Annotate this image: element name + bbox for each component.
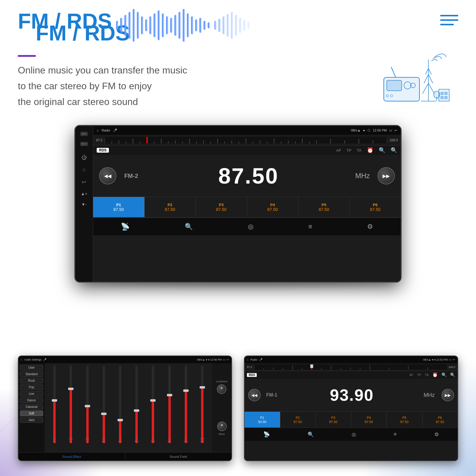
fm2-channel: FM-1 bbox=[264, 392, 280, 398]
eq-preset-jazz[interactable]: Jazz bbox=[20, 417, 43, 423]
preset-p3[interactable]: P3 87.50 bbox=[196, 197, 247, 217]
svg-rect-15 bbox=[149, 16, 152, 34]
eq-status: 0B/s▲ ● ♦ 12:56 PM bbox=[197, 358, 222, 361]
eq-label-6: 16kHz bbox=[135, 438, 138, 443]
tuner-scale: // Generated inline ticks bbox=[105, 137, 387, 143]
eq-handle-10[interactable] bbox=[200, 386, 205, 389]
eq-preset-user[interactable]: User bbox=[20, 365, 43, 370]
eq-label-4: 3.6kHz bbox=[102, 438, 106, 443]
fm2-wifi-nav[interactable]: 📡 bbox=[263, 431, 270, 438]
fm2-tuner-scale bbox=[254, 364, 447, 370]
fm2-search-nav[interactable]: 🔍 bbox=[308, 431, 314, 438]
svg-rect-20 bbox=[170, 18, 173, 33]
svg-line-53 bbox=[391, 67, 396, 77]
eq-back[interactable]: ↩ bbox=[227, 358, 229, 361]
sound-effect-tab[interactable]: Sound Effect bbox=[18, 452, 125, 461]
bt-icon: ⬡ bbox=[367, 129, 370, 132]
back-side-icon[interactable]: ↩ bbox=[82, 179, 86, 185]
fm2-eq-nav[interactable]: ≡ bbox=[394, 431, 397, 437]
preset-p2[interactable]: P2 87.50 bbox=[145, 197, 196, 217]
svg-rect-28 bbox=[203, 21, 206, 30]
wifi-icon: ● bbox=[363, 129, 365, 132]
eq-handle-2[interactable] bbox=[68, 388, 73, 390]
svg-rect-18 bbox=[162, 13, 164, 37]
eq-preset-live[interactable]: Live bbox=[20, 391, 43, 397]
eq-preset-rock[interactable]: Rock bbox=[20, 378, 43, 383]
svg-rect-13 bbox=[141, 16, 143, 34]
fm2-tuner-bar: 87.5 bbox=[245, 363, 458, 371]
fm2-p2-label: P2 bbox=[296, 416, 300, 419]
fm2-scan-nav[interactable]: ◎ bbox=[352, 431, 356, 438]
eq-handle-5[interactable] bbox=[118, 419, 123, 421]
loudness-knob[interactable] bbox=[217, 384, 226, 394]
preset-p1[interactable]: P1 87.50 bbox=[93, 197, 145, 217]
eq-handle-7[interactable] bbox=[150, 399, 156, 402]
fm2-preset-p1[interactable]: P1 93.90 bbox=[245, 412, 280, 428]
next-button[interactable]: ▶▶ bbox=[378, 167, 395, 184]
eq-fill-8 bbox=[168, 395, 171, 443]
eq-preset-dance[interactable]: Dance bbox=[20, 397, 43, 403]
svg-rect-10 bbox=[129, 12, 131, 39]
search-nav-icon[interactable]: 🔍 bbox=[185, 223, 193, 231]
eq-label-7: 17kHz bbox=[151, 438, 155, 443]
scan-nav-icon[interactable]: ◎ bbox=[248, 223, 253, 231]
eq-track-4 bbox=[103, 366, 105, 443]
svg-rect-30 bbox=[214, 21, 217, 30]
eq-handle-6[interactable] bbox=[134, 409, 139, 412]
power-icon[interactable]: ⏻ bbox=[82, 154, 87, 161]
svg-rect-58 bbox=[445, 96, 447, 99]
home-side-icon[interactable]: ⌂ bbox=[82, 167, 86, 173]
fm2-title: Radio bbox=[250, 358, 257, 361]
svg-line-44 bbox=[422, 83, 428, 94]
eq-handle-9[interactable] bbox=[183, 389, 189, 392]
svg-line-41 bbox=[428, 68, 431, 74]
p1-label: P1 bbox=[116, 203, 121, 207]
eq-handle-8[interactable] bbox=[167, 394, 172, 396]
settings-nav-icon[interactable]: ⚙ bbox=[367, 223, 373, 231]
eq-preset-pop[interactable]: Pop bbox=[20, 384, 43, 390]
p3-label: P3 bbox=[219, 203, 224, 207]
fm2-p3-freq: 87.50 bbox=[329, 420, 337, 424]
prev-button[interactable]: ◀◀ bbox=[99, 167, 116, 184]
fm2-preset-p4[interactable]: P4 87.50 bbox=[351, 412, 387, 428]
bass-knob[interactable] bbox=[217, 422, 227, 431]
eq-handle-1[interactable] bbox=[52, 399, 57, 402]
fm2-bottom-nav: 📡 🔍 ◎ ≡ ⚙ bbox=[245, 428, 458, 441]
vol-up-label[interactable]: ▲+ bbox=[81, 191, 87, 196]
fm2-preset-p3[interactable]: P3 87.50 bbox=[316, 412, 351, 428]
wifi-nav-icon[interactable]: 📡 bbox=[121, 223, 130, 231]
fm2-prev-button[interactable]: ◀◀ bbox=[248, 389, 261, 401]
eq-topbar-left: ⌂ Audio Settings 🎤 bbox=[21, 358, 46, 361]
preset-p5[interactable]: P5 87.50 bbox=[298, 197, 350, 217]
fm2-preset-p2[interactable]: P2 87.50 bbox=[280, 412, 316, 428]
eq-nav-icon[interactable]: ≡ bbox=[309, 223, 312, 231]
desc-line1: Online music you can transfer the music bbox=[18, 62, 187, 78]
fm2-preset-p6[interactable]: P6 87.50 bbox=[422, 412, 458, 428]
main-device: MIC RST ⏻ ⌂ ↩ ▲+ ▼- ⌂ Radio 🎤 0B/s▲ ● ⬡ bbox=[74, 125, 402, 283]
preset-p4[interactable]: P4 87.50 bbox=[247, 197, 299, 217]
fm2-p4-label: P4 bbox=[367, 416, 371, 419]
time-display: 12:56 PM bbox=[373, 129, 387, 132]
preset-p6[interactable]: P6 87.50 bbox=[350, 197, 401, 217]
eq-handle-3[interactable] bbox=[85, 405, 90, 407]
eq-preset-standard[interactable]: Standard bbox=[20, 371, 43, 377]
eq-preset-classical[interactable]: Classical bbox=[20, 404, 43, 410]
sound-field-tab[interactable]: Sound Field bbox=[125, 452, 232, 461]
eq-track-10 bbox=[201, 366, 203, 443]
p2-label: P2 bbox=[167, 203, 172, 207]
fm2-next-button[interactable]: ▶▶ bbox=[441, 389, 454, 401]
description-text: Online music you can transfer the music … bbox=[18, 62, 187, 109]
fm2-settings-nav[interactable]: ⚙ bbox=[434, 431, 439, 438]
eq-preset-soft[interactable]: Soft bbox=[20, 411, 43, 416]
back-icon[interactable]: ↩ bbox=[394, 129, 397, 132]
fm2-p6-freq: 87.50 bbox=[436, 420, 444, 424]
fm2-back[interactable]: ↩ bbox=[453, 358, 455, 361]
eq-handle-4[interactable] bbox=[101, 413, 107, 415]
hamburger-menu[interactable] bbox=[440, 15, 458, 25]
fm2-zoom2: 🔍 bbox=[450, 372, 455, 377]
fm2-preset-p5[interactable]: P5 87.50 bbox=[387, 412, 422, 428]
fm2-topbar-left: ⌂ Radio 🎤 bbox=[247, 358, 262, 361]
eq-bar-19khz: 19kHz bbox=[178, 366, 193, 443]
vol-down-label[interactable]: ▼- bbox=[81, 202, 87, 207]
eq-label-2: 230Hz bbox=[69, 438, 73, 443]
